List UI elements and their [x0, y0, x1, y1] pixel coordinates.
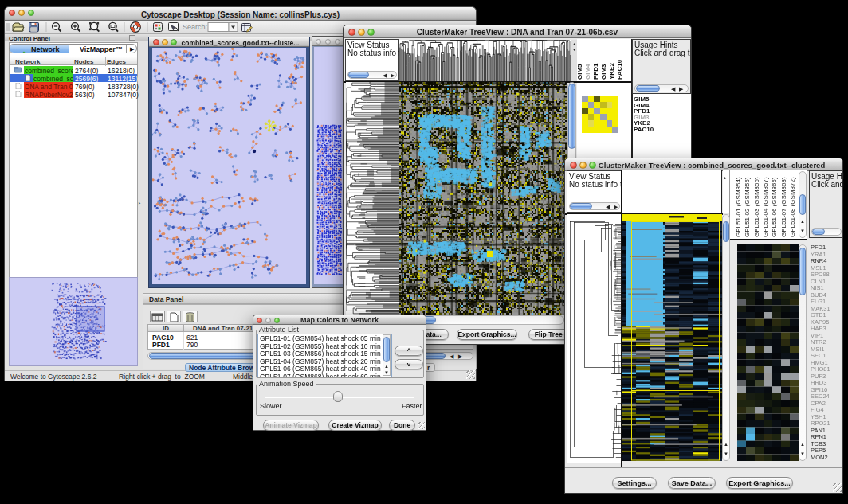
svg-text:Search:: Search: [183, 23, 207, 31]
